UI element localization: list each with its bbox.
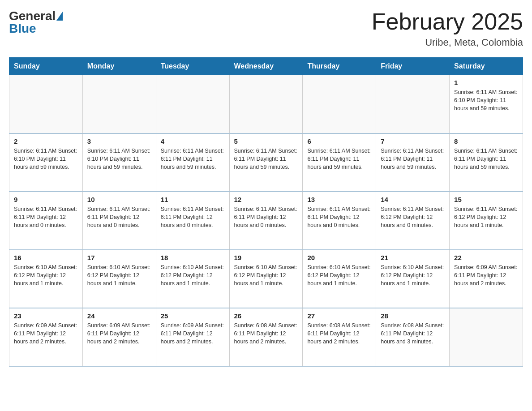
calendar-cell xyxy=(450,308,523,366)
day-number: 16 xyxy=(14,254,78,261)
calendar-header-thursday: Thursday xyxy=(303,58,376,75)
day-number: 2 xyxy=(14,137,78,145)
calendar-cell: 23Sunrise: 6:09 AM Sunset: 6:11 PM Dayli… xyxy=(9,308,83,366)
calendar-cell: 17Sunrise: 6:10 AM Sunset: 6:12 PM Dayli… xyxy=(82,250,156,308)
day-info: Sunrise: 6:10 AM Sunset: 6:12 PM Dayligh… xyxy=(234,263,298,287)
day-info: Sunrise: 6:09 AM Sunset: 6:11 PM Dayligh… xyxy=(14,321,78,346)
calendar-week-row: 9Sunrise: 6:11 AM Sunset: 6:11 PM Daylig… xyxy=(9,192,523,250)
day-number: 19 xyxy=(234,254,298,261)
day-number: 7 xyxy=(381,137,445,145)
day-number: 3 xyxy=(87,137,151,145)
day-info: Sunrise: 6:10 AM Sunset: 6:12 PM Dayligh… xyxy=(307,263,371,287)
calendar-week-row: 16Sunrise: 6:10 AM Sunset: 6:12 PM Dayli… xyxy=(9,250,523,308)
day-info: Sunrise: 6:11 AM Sunset: 6:11 PM Dayligh… xyxy=(234,205,298,229)
calendar-cell xyxy=(303,75,376,133)
day-info: Sunrise: 6:10 AM Sunset: 6:12 PM Dayligh… xyxy=(87,263,151,287)
calendar-cell: 14Sunrise: 6:11 AM Sunset: 6:12 PM Dayli… xyxy=(376,192,450,250)
calendar-cell: 13Sunrise: 6:11 AM Sunset: 6:11 PM Dayli… xyxy=(303,192,376,250)
day-number: 6 xyxy=(307,137,371,145)
calendar-cell: 22Sunrise: 6:09 AM Sunset: 6:11 PM Dayli… xyxy=(450,250,523,308)
calendar-cell: 11Sunrise: 6:11 AM Sunset: 6:11 PM Dayli… xyxy=(156,192,229,250)
calendar-header-tuesday: Tuesday xyxy=(156,58,229,75)
logo-triangle-icon xyxy=(56,12,63,21)
day-info: Sunrise: 6:11 AM Sunset: 6:11 PM Dayligh… xyxy=(161,205,225,229)
calendar-cell: 20Sunrise: 6:10 AM Sunset: 6:12 PM Dayli… xyxy=(303,250,376,308)
calendar-cell: 27Sunrise: 6:08 AM Sunset: 6:11 PM Dayli… xyxy=(303,308,376,366)
day-number: 12 xyxy=(234,196,298,203)
calendar-cell: 18Sunrise: 6:10 AM Sunset: 6:12 PM Dayli… xyxy=(156,250,229,308)
calendar-cell xyxy=(82,75,156,133)
day-number: 10 xyxy=(87,196,151,203)
day-number: 21 xyxy=(381,254,445,261)
calendar-cell xyxy=(376,75,450,133)
calendar-cell: 10Sunrise: 6:11 AM Sunset: 6:11 PM Dayli… xyxy=(82,192,156,250)
day-number: 23 xyxy=(14,312,78,320)
day-info: Sunrise: 6:11 AM Sunset: 6:11 PM Dayligh… xyxy=(234,147,298,171)
day-number: 28 xyxy=(381,312,445,320)
day-number: 5 xyxy=(234,137,298,145)
day-number: 20 xyxy=(307,254,371,261)
calendar-week-row: 1Sunrise: 6:11 AM Sunset: 6:10 PM Daylig… xyxy=(9,75,523,133)
title-section: February 2025 Uribe, Meta, Colombia xyxy=(372,9,523,48)
calendar-cell: 26Sunrise: 6:08 AM Sunset: 6:11 PM Dayli… xyxy=(229,308,303,366)
day-info: Sunrise: 6:11 AM Sunset: 6:11 PM Dayligh… xyxy=(14,205,78,229)
calendar-cell: 24Sunrise: 6:09 AM Sunset: 6:11 PM Dayli… xyxy=(82,308,156,366)
day-info: Sunrise: 6:08 AM Sunset: 6:11 PM Dayligh… xyxy=(381,321,445,346)
calendar-cell: 25Sunrise: 6:09 AM Sunset: 6:11 PM Dayli… xyxy=(156,308,229,366)
day-info: Sunrise: 6:11 AM Sunset: 6:10 PM Dayligh… xyxy=(454,88,518,112)
day-info: Sunrise: 6:10 AM Sunset: 6:12 PM Dayligh… xyxy=(14,263,78,287)
day-info: Sunrise: 6:09 AM Sunset: 6:11 PM Dayligh… xyxy=(454,263,518,287)
calendar-cell: 4Sunrise: 6:11 AM Sunset: 6:11 PM Daylig… xyxy=(156,133,229,192)
day-info: Sunrise: 6:10 AM Sunset: 6:12 PM Dayligh… xyxy=(381,263,445,287)
logo: General Blue xyxy=(9,9,64,36)
calendar-cell: 9Sunrise: 6:11 AM Sunset: 6:11 PM Daylig… xyxy=(9,192,83,250)
day-info: Sunrise: 6:08 AM Sunset: 6:11 PM Dayligh… xyxy=(307,321,371,346)
calendar-header-saturday: Saturday xyxy=(450,58,523,75)
day-info: Sunrise: 6:11 AM Sunset: 6:10 PM Dayligh… xyxy=(87,147,151,171)
calendar-header-friday: Friday xyxy=(376,58,450,75)
day-number: 11 xyxy=(161,196,225,203)
day-number: 14 xyxy=(381,196,445,203)
day-info: Sunrise: 6:11 AM Sunset: 6:12 PM Dayligh… xyxy=(381,205,445,229)
day-info: Sunrise: 6:11 AM Sunset: 6:11 PM Dayligh… xyxy=(454,147,518,171)
day-number: 1 xyxy=(454,79,518,86)
calendar-cell: 15Sunrise: 6:11 AM Sunset: 6:12 PM Dayli… xyxy=(450,192,523,250)
calendar-week-row: 23Sunrise: 6:09 AM Sunset: 6:11 PM Dayli… xyxy=(9,308,523,366)
day-info: Sunrise: 6:11 AM Sunset: 6:11 PM Dayligh… xyxy=(307,205,371,229)
day-info: Sunrise: 6:11 AM Sunset: 6:12 PM Dayligh… xyxy=(454,205,518,229)
day-number: 22 xyxy=(454,254,518,261)
location-text: Uribe, Meta, Colombia xyxy=(372,37,523,48)
calendar-cell: 8Sunrise: 6:11 AM Sunset: 6:11 PM Daylig… xyxy=(450,133,523,192)
calendar-cell: 28Sunrise: 6:08 AM Sunset: 6:11 PM Dayli… xyxy=(376,308,450,366)
calendar-cell: 5Sunrise: 6:11 AM Sunset: 6:11 PM Daylig… xyxy=(229,133,303,192)
day-number: 27 xyxy=(307,312,371,320)
calendar-header-wednesday: Wednesday xyxy=(229,58,303,75)
day-info: Sunrise: 6:11 AM Sunset: 6:11 PM Dayligh… xyxy=(381,147,445,171)
day-number: 8 xyxy=(454,137,518,145)
day-number: 17 xyxy=(87,254,151,261)
calendar-cell: 12Sunrise: 6:11 AM Sunset: 6:11 PM Dayli… xyxy=(229,192,303,250)
day-number: 18 xyxy=(161,254,225,261)
calendar-cell: 19Sunrise: 6:10 AM Sunset: 6:12 PM Dayli… xyxy=(229,250,303,308)
day-number: 4 xyxy=(161,137,225,145)
day-info: Sunrise: 6:09 AM Sunset: 6:11 PM Dayligh… xyxy=(87,321,151,346)
day-info: Sunrise: 6:11 AM Sunset: 6:10 PM Dayligh… xyxy=(14,147,78,171)
month-title: February 2025 xyxy=(372,9,523,34)
day-number: 13 xyxy=(307,196,371,203)
calendar-cell xyxy=(229,75,303,133)
calendar-cell xyxy=(156,75,229,133)
logo-blue-text: Blue xyxy=(9,21,36,36)
calendar-cell: 2Sunrise: 6:11 AM Sunset: 6:10 PM Daylig… xyxy=(9,133,83,192)
calendar-cell xyxy=(9,75,83,133)
calendar-cell: 1Sunrise: 6:11 AM Sunset: 6:10 PM Daylig… xyxy=(450,75,523,133)
calendar-cell: 21Sunrise: 6:10 AM Sunset: 6:12 PM Dayli… xyxy=(376,250,450,308)
page-header: General Blue February 2025 Uribe, Meta, … xyxy=(9,9,523,48)
day-number: 15 xyxy=(454,196,518,203)
calendar-table: SundayMondayTuesdayWednesdayThursdayFrid… xyxy=(9,57,523,367)
day-info: Sunrise: 6:11 AM Sunset: 6:11 PM Dayligh… xyxy=(87,205,151,229)
day-info: Sunrise: 6:11 AM Sunset: 6:11 PM Dayligh… xyxy=(307,147,371,171)
calendar-week-row: 2Sunrise: 6:11 AM Sunset: 6:10 PM Daylig… xyxy=(9,133,523,192)
calendar-cell: 16Sunrise: 6:10 AM Sunset: 6:12 PM Dayli… xyxy=(9,250,83,308)
day-info: Sunrise: 6:11 AM Sunset: 6:11 PM Dayligh… xyxy=(161,147,225,171)
calendar-cell: 7Sunrise: 6:11 AM Sunset: 6:11 PM Daylig… xyxy=(376,133,450,192)
